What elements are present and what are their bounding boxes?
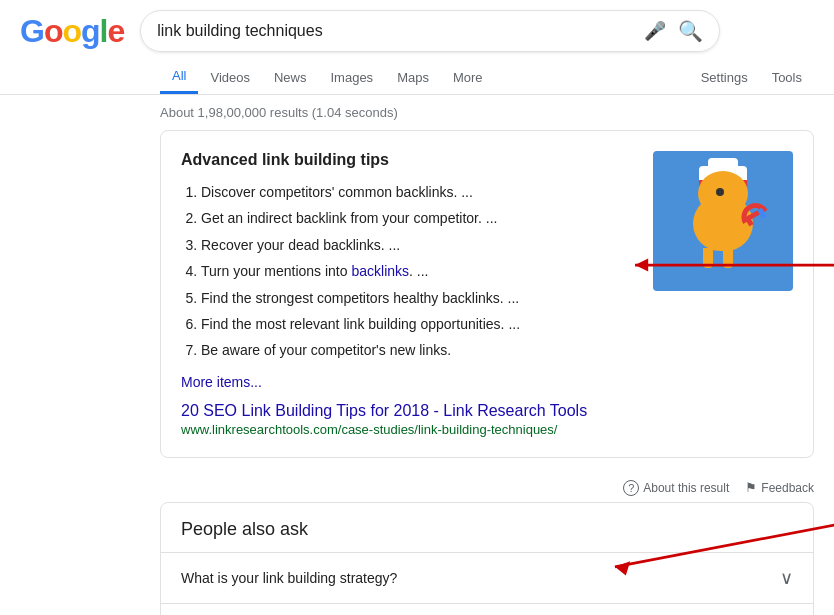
header: Google 🎤 🔍 — [0, 0, 834, 52]
snippet-text: Advanced link building tips Discover com… — [181, 151, 637, 437]
tab-more[interactable]: More — [441, 62, 495, 93]
char-eye — [716, 188, 724, 196]
google-logo: Google — [20, 13, 124, 50]
more-items-link[interactable]: More items... — [181, 374, 262, 390]
list-item: Turn your mentions into backlinks. ... — [201, 260, 637, 282]
logo-letter-g: G — [20, 13, 44, 49]
search-icon[interactable]: 🔍 — [678, 19, 703, 43]
list-item: Find the most relevant link building opp… — [201, 313, 637, 335]
tab-images[interactable]: Images — [318, 62, 385, 93]
nav-tabs: All Videos News Images Maps More Setting… — [0, 52, 834, 95]
flag-icon: ⚑ — [745, 480, 757, 495]
snippet-list: Discover competitors' common backlinks. … — [181, 181, 637, 362]
tab-all[interactable]: All — [160, 60, 198, 94]
character-illustration — [673, 166, 773, 276]
ask-item-text-1: What is your link building strategy? — [181, 570, 397, 586]
mic-icon[interactable]: 🎤 — [644, 20, 666, 42]
ask-item-1[interactable]: What is your link building strategy? ∨ — [161, 552, 813, 603]
source-link: 20 SEO Link Building Tips for 2018 - Lin… — [181, 402, 637, 437]
backlinks-link[interactable]: backlinks — [351, 263, 409, 279]
tab-tools[interactable]: Tools — [760, 62, 814, 93]
tab-maps[interactable]: Maps — [385, 62, 441, 93]
featured-snippet: Advanced link building tips Discover com… — [160, 130, 814, 458]
char-leg1 — [703, 248, 713, 268]
search-icon-group: 🎤 🔍 — [644, 19, 703, 43]
about-result-label: About this result — [643, 481, 729, 495]
people-ask-title: People also ask — [161, 503, 813, 552]
list-item: Recover your dead backlinks. ... — [201, 234, 637, 256]
char-leg2 — [723, 248, 733, 268]
main-content: Advanced link building tips Discover com… — [0, 130, 834, 615]
help-circle-icon: ? — [623, 480, 639, 496]
people-also-ask: People also ask What is your link buildi… — [160, 502, 814, 615]
results-info: About 1,98,00,000 results (1.04 seconds) — [0, 95, 834, 130]
about-result-btn[interactable]: ? About this result — [623, 480, 729, 496]
list-item: Find the strongest competitors healthy b… — [201, 287, 637, 309]
snippet-title: Advanced link building tips — [181, 151, 637, 169]
list-item: Discover competitors' common backlinks. … — [201, 181, 637, 203]
chevron-down-icon-1: ∨ — [780, 567, 793, 589]
logo-letter-e: e — [107, 13, 124, 49]
tab-news[interactable]: News — [262, 62, 319, 93]
ask-item-2[interactable]: How do you build links? ∨ — [161, 603, 813, 615]
source-title-link[interactable]: 20 SEO Link Building Tips for 2018 - Lin… — [181, 402, 587, 419]
search-input[interactable] — [157, 22, 644, 40]
feedback-button[interactable]: ⚑ Feedback — [745, 480, 814, 495]
snippet-image — [653, 151, 793, 291]
logo-letter-o2: o — [62, 13, 81, 49]
logo-letter-g2: g — [81, 13, 100, 49]
list-item: Get an indirect backlink from your compe… — [201, 207, 637, 229]
feedback-label: Feedback — [761, 481, 814, 495]
logo-letter-o1: o — [44, 13, 63, 49]
tab-settings[interactable]: Settings — [689, 62, 760, 93]
feedback-bar: ? About this result ⚑ Feedback — [160, 474, 814, 502]
source-url: www.linkresearchtools.com/case-studies/l… — [181, 422, 637, 437]
search-bar[interactable]: 🎤 🔍 — [140, 10, 720, 52]
list-item: Be aware of your competitor's new links. — [201, 339, 637, 361]
tab-videos[interactable]: Videos — [198, 62, 262, 93]
